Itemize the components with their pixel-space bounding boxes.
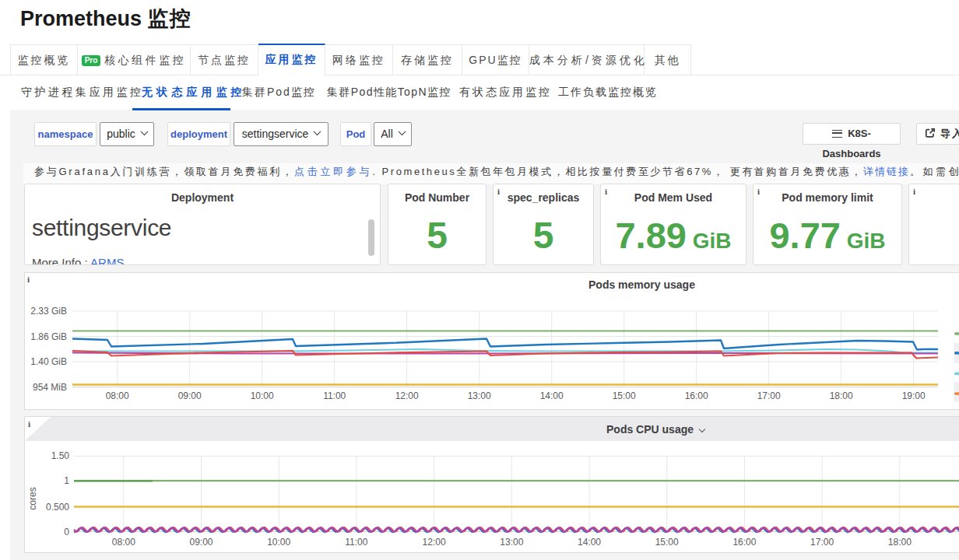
svg-text:13:00: 13:00 — [500, 537, 523, 548]
svg-text:954 MiB: 954 MiB — [33, 382, 67, 393]
svg-text:1.40 GiB: 1.40 GiB — [30, 356, 67, 367]
svg-text:11:00: 11:00 — [345, 537, 367, 548]
svg-text:15:00: 15:00 — [655, 537, 679, 548]
svg-text:1: 1 — [64, 475, 69, 486]
svg-text:12:00: 12:00 — [423, 537, 446, 548]
svg-text:19:00: 19:00 — [902, 390, 926, 401]
svg-text:16:00: 16:00 — [685, 390, 708, 401]
svg-text:10:00: 10:00 — [267, 537, 290, 548]
svg-text:14:00: 14:00 — [540, 390, 564, 401]
svg-text:1.86 GiB: 1.86 GiB — [30, 331, 67, 342]
svg-text:15:00: 15:00 — [613, 390, 636, 401]
svg-text:18:00: 18:00 — [830, 390, 853, 401]
svg-text:16:00: 16:00 — [732, 537, 756, 548]
svg-text:17:00: 17:00 — [757, 390, 781, 401]
svg-text:2.33 GiB: 2.33 GiB — [30, 306, 67, 317]
svg-text:08:00: 08:00 — [106, 390, 129, 401]
svg-text:13:00: 13:00 — [468, 390, 491, 401]
svg-text:09:00: 09:00 — [189, 537, 213, 548]
svg-text:14:00: 14:00 — [578, 537, 601, 548]
svg-text:17:00: 17:00 — [810, 537, 834, 548]
svg-text:18:00: 18:00 — [888, 537, 912, 548]
svg-text:0: 0 — [64, 527, 69, 537]
svg-text:10:00: 10:00 — [251, 390, 274, 401]
svg-text:08:00: 08:00 — [112, 537, 135, 548]
svg-text:0.500: 0.500 — [46, 502, 69, 513]
svg-text:09:00: 09:00 — [178, 390, 202, 401]
svg-text:12:00: 12:00 — [395, 390, 419, 401]
svg-text:1.50: 1.50 — [51, 450, 70, 461]
svg-text:cores: cores — [27, 487, 38, 509]
svg-text:11:00: 11:00 — [323, 390, 346, 401]
